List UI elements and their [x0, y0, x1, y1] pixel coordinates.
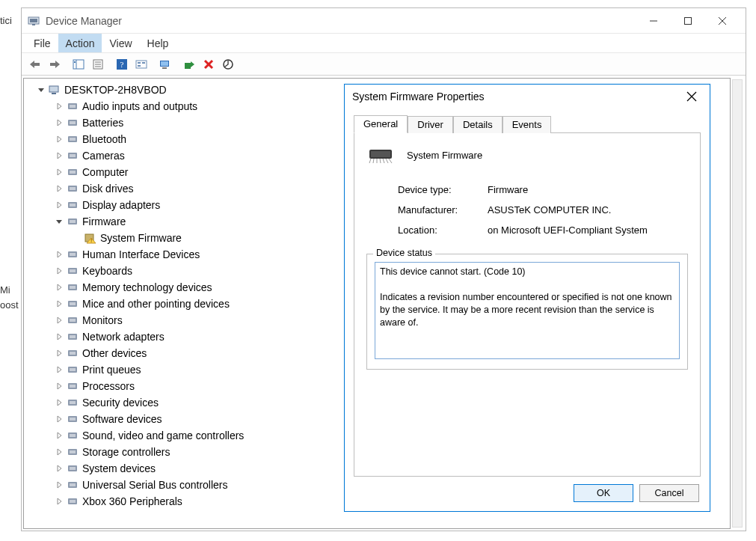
- svg-rect-18: [136, 61, 147, 68]
- svg-rect-7: [34, 63, 40, 66]
- category-icon: [66, 297, 79, 311]
- minimize-button[interactable]: [636, 10, 671, 32]
- manufacturer-label: Manufacturer:: [398, 204, 488, 216]
- computer-icon: [48, 83, 61, 97]
- close-button[interactable]: [705, 10, 740, 32]
- back-button[interactable]: [26, 55, 44, 73]
- view-toolbar-button[interactable]: [132, 55, 150, 73]
- svg-text:?: ?: [120, 60, 124, 69]
- chevron-right-icon[interactable]: [54, 150, 64, 161]
- dialog-close-button[interactable]: [681, 86, 702, 107]
- chevron-right-icon[interactable]: [54, 331, 64, 342]
- svg-rect-64: [70, 368, 76, 371]
- chevron-down-icon[interactable]: [54, 216, 64, 227]
- svg-rect-23: [161, 61, 168, 66]
- show-hide-tree-button[interactable]: [70, 55, 87, 73]
- chevron-right-icon[interactable]: [54, 447, 64, 457]
- tab-events[interactable]: Events: [503, 116, 552, 133]
- tab-details[interactable]: Details: [453, 116, 503, 133]
- chevron-right-icon[interactable]: [54, 200, 64, 210]
- category-icon: [66, 429, 79, 442]
- chevron-right-icon[interactable]: [54, 463, 64, 474]
- svg-rect-80: [70, 500, 76, 503]
- chip-icon: [366, 144, 396, 166]
- tab-general[interactable]: General: [354, 115, 408, 133]
- tree-node-label: Keyboards: [82, 263, 132, 279]
- forward-button[interactable]: [46, 55, 64, 73]
- category-icon: [66, 264, 79, 278]
- chevron-right-icon[interactable]: [54, 183, 64, 194]
- update-driver-button[interactable]: [180, 55, 198, 73]
- chevron-right-icon[interactable]: [54, 348, 64, 358]
- chevron-down-icon[interactable]: [36, 85, 46, 95]
- location-label: Location:: [398, 224, 488, 236]
- svg-rect-42: [70, 187, 76, 190]
- menu-view[interactable]: View: [102, 34, 139, 52]
- vertical-scrollbar[interactable]: [732, 79, 743, 528]
- svg-rect-72: [70, 434, 76, 437]
- svg-line-91: [389, 159, 392, 163]
- tab-driver[interactable]: Driver: [408, 116, 453, 133]
- chevron-right-icon[interactable]: [54, 381, 64, 391]
- scan-hardware-button[interactable]: [156, 55, 174, 73]
- category-icon: [66, 412, 79, 426]
- chevron-right-icon[interactable]: [54, 364, 64, 375]
- uninstall-device-button[interactable]: [200, 55, 218, 73]
- chevron-right-icon[interactable]: [54, 299, 64, 309]
- chevron-right-icon[interactable]: [54, 134, 64, 144]
- bg-fragment: oost: [0, 299, 19, 311]
- window-title: Device Manager: [46, 15, 636, 27]
- help-toolbar-button[interactable]: ?: [113, 55, 131, 73]
- maximize-button[interactable]: [671, 10, 705, 32]
- svg-line-86: [373, 159, 374, 163]
- chevron-right-icon[interactable]: [54, 117, 64, 128]
- tree-node-label: Audio inputs and outputs: [82, 98, 197, 114]
- svg-rect-2: [32, 24, 35, 25]
- tree-node-label: Print queues: [82, 361, 141, 378]
- chevron-right-icon[interactable]: [54, 397, 64, 408]
- chevron-right-icon[interactable]: [54, 266, 64, 276]
- tree-node-label: Bluetooth: [82, 131, 126, 147]
- svg-rect-50: [70, 253, 76, 256]
- svg-rect-34: [70, 121, 76, 124]
- menu-help[interactable]: Help: [140, 34, 176, 52]
- dialog-titlebar: System Firmware Properties: [345, 85, 710, 108]
- category-icon: [66, 314, 79, 327]
- category-icon: [66, 100, 79, 113]
- chevron-right-icon[interactable]: [54, 282, 64, 293]
- tree-node-label: Human Interface Devices: [82, 246, 200, 263]
- svg-rect-9: [73, 60, 84, 69]
- tree-node-label: Sound, video and game controllers: [82, 427, 244, 444]
- category-icon: [66, 165, 79, 179]
- cancel-button[interactable]: Cancel: [639, 484, 699, 502]
- svg-rect-68: [70, 401, 76, 404]
- device-status-group: Device status: [366, 254, 688, 370]
- tab-panel-general: System Firmware Device type: Firmware Ma…: [354, 132, 701, 477]
- chevron-right-icon[interactable]: [54, 430, 64, 441]
- bg-fragment: tici: [0, 15, 12, 26]
- disable-device-button[interactable]: [219, 55, 237, 73]
- menu-action[interactable]: Action: [58, 34, 102, 52]
- svg-rect-24: [162, 67, 167, 69]
- chevron-none: [72, 233, 82, 243]
- svg-rect-62: [70, 352, 76, 355]
- svg-rect-38: [70, 154, 76, 157]
- menu-file[interactable]: File: [26, 34, 58, 52]
- chevron-right-icon[interactable]: [54, 249, 64, 260]
- chevron-right-icon[interactable]: [54, 496, 64, 507]
- chevron-right-icon[interactable]: [54, 414, 64, 424]
- category-icon: [66, 149, 79, 162]
- chevron-right-icon[interactable]: [54, 167, 64, 177]
- properties-toolbar-button[interactable]: [89, 55, 107, 73]
- chevron-right-icon[interactable]: [54, 315, 64, 325]
- svg-rect-4: [685, 17, 692, 24]
- svg-rect-84: [371, 151, 390, 157]
- device-status-text[interactable]: [375, 262, 680, 359]
- chevron-right-icon[interactable]: [54, 480, 64, 490]
- svg-rect-54: [70, 286, 76, 289]
- chevron-right-icon[interactable]: [54, 101, 64, 111]
- category-icon: [66, 215, 79, 228]
- properties-dialog: System Firmware Properties General Drive…: [344, 84, 710, 512]
- ok-button[interactable]: OK: [574, 484, 633, 502]
- category-icon: [66, 379, 79, 393]
